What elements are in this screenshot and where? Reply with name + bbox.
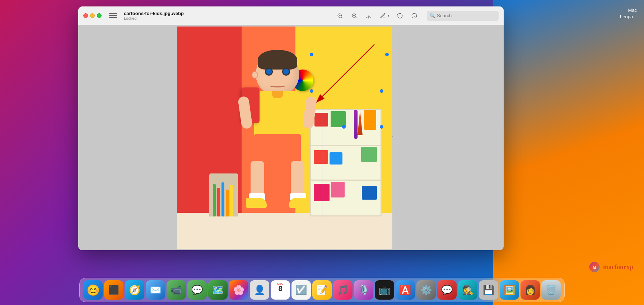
dock-item-photos[interactable]: 🌸: [229, 280, 248, 300]
crayon-green: [213, 184, 216, 216]
zoom-in-icon: [351, 13, 358, 19]
boy-leg-right: [291, 161, 304, 197]
dock-item-mail[interactable]: ✉️: [146, 280, 165, 300]
search-icon: 🔍: [430, 13, 435, 18]
left-panel: [80, 25, 177, 250]
dock-item-diskutil[interactable]: 💾: [479, 280, 498, 300]
markup-icon: [380, 13, 386, 19]
dock-item-podcasts[interactable]: 🎙️: [354, 280, 373, 300]
watermark-text: macfourxp: [603, 263, 633, 271]
dock-item-settings[interactable]: ⚙️: [416, 280, 436, 300]
window-locked-label: Locked: [124, 16, 136, 20]
appletv-icon: 📺: [379, 285, 390, 296]
dock-item-photo2[interactable]: 👩: [521, 280, 540, 300]
dock-item-contacts[interactable]: 👤: [250, 280, 269, 300]
finder-icon: 😊: [87, 284, 100, 296]
calendar-date-label: 8: [278, 285, 282, 292]
dock-item-calendar[interactable]: DEC 8: [271, 280, 290, 300]
maps-icon: 🗺️: [212, 285, 224, 296]
crayons-container: [209, 173, 238, 216]
markup-button[interactable]: [379, 12, 387, 20]
search-box[interactable]: 🔍: [427, 11, 499, 21]
dock-item-appletv[interactable]: 📺: [375, 280, 394, 300]
close-button[interactable]: [83, 13, 88, 18]
photos-icon: 🌸: [233, 285, 244, 296]
dock-item-safari[interactable]: 🧭: [125, 280, 144, 300]
safari-icon: 🧭: [129, 285, 140, 296]
main-image: [177, 27, 392, 249]
dock-item-facetime[interactable]: 📹: [167, 280, 186, 300]
image-area: [78, 25, 504, 250]
dock-item-reminders[interactable]: ☑️: [291, 280, 311, 300]
launchpad-icon: ⬛: [108, 285, 119, 295]
dock-item-preview[interactable]: 🖼️: [500, 280, 519, 300]
selection-dot-5: [380, 125, 383, 129]
box-blue-mid: [330, 152, 342, 165]
cartoon-scene: [177, 27, 392, 249]
diskutil-icon: 💾: [483, 285, 494, 296]
traffic-lights: [83, 13, 102, 18]
shelf-row-1: [311, 145, 381, 146]
window-filename: cartoons-for-kids.jpg.webp: [124, 11, 184, 16]
share-button[interactable]: [365, 12, 373, 20]
user-icon: 🕵️: [462, 285, 473, 296]
minimize-button[interactable]: [90, 13, 95, 18]
maximize-button[interactable]: [97, 13, 102, 18]
scene-floor: [177, 213, 392, 249]
zoom-in-button[interactable]: [350, 12, 358, 20]
toolbar-icons: ▾: [336, 12, 418, 20]
appstore-icon: 🅰️: [400, 285, 411, 296]
selection-dot-2: [385, 53, 389, 56]
boy-collar: [272, 91, 283, 98]
dock-item-notes[interactable]: 📝: [312, 280, 332, 300]
preview-icon: 🖼️: [504, 285, 515, 296]
boy-smile: [269, 83, 286, 87]
dock-item-finder[interactable]: 😊: [83, 280, 103, 300]
dock-item-appstore[interactable]: 🅰️: [396, 280, 415, 300]
right-panel-line: [392, 136, 393, 137]
box-lightpink-bot: [331, 182, 345, 197]
info-button[interactable]: [410, 12, 418, 20]
dock-item-user[interactable]: 🕵️: [458, 280, 477, 300]
right-panel: [392, 25, 502, 250]
zoom-out-icon: [337, 13, 343, 19]
boy-eye-left: [265, 68, 273, 76]
boy-body: [254, 91, 301, 138]
dock-item-trash[interactable]: 🗑️: [541, 280, 561, 300]
markup-chevron-icon[interactable]: ▾: [388, 14, 389, 18]
mail-icon: ✉️: [150, 285, 161, 296]
photo2-icon: 👩: [524, 285, 536, 296]
boy-arm-right: [302, 96, 317, 129]
bookshelf: [310, 109, 382, 216]
selection-dot-4: [342, 125, 346, 129]
boy-ear: [252, 71, 258, 78]
markup-group[interactable]: ▾: [379, 12, 389, 20]
boy-shoe-right: [289, 198, 310, 208]
window-title-area: cartoons-for-kids.jpg.webp Locked: [124, 11, 184, 20]
info-icon: [411, 13, 417, 19]
rotate-button[interactable]: [396, 12, 404, 20]
facetime-icon: 📹: [171, 285, 182, 296]
contacts-icon: 👤: [254, 285, 265, 296]
svg-line-6: [355, 17, 356, 18]
boy-shoe-left: [246, 198, 267, 208]
dock-item-messages[interactable]: 💬: [187, 280, 207, 300]
boy-eye-right: [282, 68, 290, 76]
titlebar: cartoons-for-kids.jpg.webp Locked: [78, 6, 504, 25]
dock-item-feedback[interactable]: 💬: [437, 280, 457, 300]
boy-figure: [238, 52, 317, 216]
rotate-icon: [397, 13, 403, 19]
search-input[interactable]: [437, 13, 496, 18]
desktop-background-right: [493, 0, 644, 305]
dock-item-maps[interactable]: 🗺️: [208, 280, 228, 300]
selection-dot-6: [380, 89, 383, 93]
reminders-icon: ☑️: [295, 285, 307, 296]
macos-label: Mac Leopa...: [620, 7, 637, 20]
zoom-out-button[interactable]: [336, 12, 344, 20]
sidebar-toggle-button[interactable]: [108, 12, 118, 20]
dock-item-music[interactable]: 🎵: [333, 280, 353, 300]
dock-item-launchpad[interactable]: ⬛: [104, 280, 123, 300]
shelf-row-2: [311, 180, 381, 181]
messages-icon: 💬: [191, 285, 203, 296]
crayon-yellow: [230, 185, 233, 216]
